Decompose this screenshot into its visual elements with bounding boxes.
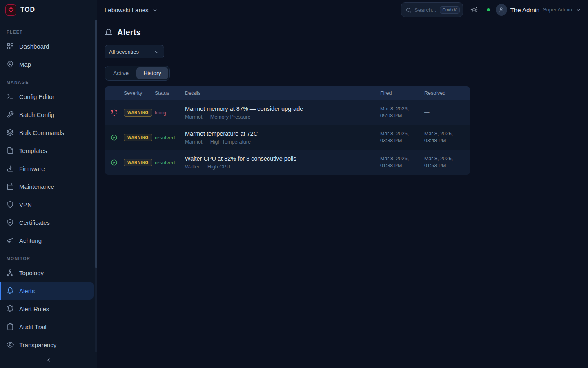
sidebar-item-label: Audit Trail [19,323,47,330]
sidebar-scrollbar-thumb[interactable] [95,20,97,268]
user-role: Super Admin [543,7,572,13]
sidebar-collapse-button[interactable] [0,352,97,368]
sidebar-item-vpn[interactable]: VPN [0,195,97,213]
sidebar-item-map[interactable]: Map [0,55,97,73]
fired-time: Mar 8, 2026, 03:38 PM [380,130,424,144]
file-icon [7,147,14,154]
tab-history[interactable]: History [136,67,168,79]
alert-row[interactable]: WARNINGfiringMarmot memory at 87% — cons… [105,100,470,125]
sidebar-item-alert-rules[interactable]: Alert Rules [0,300,97,318]
search-box[interactable]: Cmd+K [401,2,463,17]
resolved-time: — [424,109,470,116]
sidebar-item-dashboard[interactable]: Dashboard [0,37,97,55]
sidebar-item-label: Batch Config [19,111,54,118]
severity-filter-value: All severities [109,49,139,55]
sidebar-item-label: Map [19,61,31,68]
resolved-time: Mar 8, 2026, 03:48 PM [424,130,470,144]
bell-alert-icon [111,109,118,116]
bell-icon [7,287,14,294]
user-icon [498,7,504,13]
sidebar-item-label: Alert Rules [19,305,49,312]
org-selector[interactable]: Lebowski Lanes [105,7,158,13]
fired-time: Mar 8, 2026, 05:08 PM [380,105,424,119]
app-logo[interactable]: TOD [0,0,97,20]
sidebar-item-templates[interactable]: Templates [0,141,97,159]
alert-row[interactable]: WARNINGresolvedMarmot temperature at 72C… [105,125,470,150]
alert-title: Marmot memory at 87% — consider upgrade [185,105,375,112]
status-text: resolved [155,135,185,141]
search-shortcut-badge: Cmd+K [440,6,460,14]
app-name: TOD [20,6,35,13]
search-icon [405,7,412,13]
sidebar-item-certificates[interactable]: Certificates [0,213,97,231]
alert-title: Marmot temperature at 72C [185,130,375,137]
sidebar-item-label: Alerts [19,287,35,294]
user-menu[interactable]: The Admin Super Admin [496,4,581,16]
wrench-icon [7,111,14,118]
sidebar-item-topology[interactable]: Topology [0,264,97,282]
sidebar-section-label: MONITOR [0,249,97,264]
download-icon [7,165,14,172]
sidebar-item-audit-trail[interactable]: Audit Trail [0,318,97,336]
chevron-down-icon [152,7,158,13]
bell-icon [105,29,113,37]
sidebar-item-label: Config Editor [19,93,55,100]
alert-row[interactable]: WARNINGresolvedWalter CPU at 82% for 3 c… [105,150,470,175]
online-status-dot [487,8,490,11]
sidebar-item-firmware[interactable]: Firmware [0,159,97,177]
sidebar-item-label: Topology [19,269,44,276]
page-title: Alerts [117,28,141,37]
sidebar-scrollbar[interactable] [95,20,97,352]
sidebar-item-label: Certificates [19,219,50,226]
col-severity: Severity [124,90,155,96]
sidebar-item-label: Maintenance [19,183,54,190]
check-circle-icon [111,134,118,141]
search-input[interactable] [414,7,437,13]
status-text: firing [155,110,185,116]
severity-filter-select[interactable]: All severities [105,45,164,58]
sidebar-item-label: VPN [19,201,32,208]
org-name: Lebowski Lanes [105,7,149,13]
layers-icon [7,129,14,136]
chevron-down-icon [154,49,160,55]
alerts-table-body: WARNINGfiringMarmot memory at 87% — cons… [105,100,470,175]
sidebar-section-label: MANAGE [0,73,97,88]
sidebar-item-maintenance[interactable]: Maintenance [0,177,97,195]
main-content: Alerts All severities ActiveHistory Seve… [97,20,588,368]
sidebar-item-config-editor[interactable]: Config Editor [0,88,97,105]
sidebar-nav: FLEETDashboardMapMANAGEConfig EditorBatc… [0,20,97,352]
sidebar-item-bulk-commands[interactable]: Bulk Commands [0,123,97,141]
status-text: resolved [155,159,185,166]
chevron-left-icon [45,357,52,364]
shield-check-icon [7,219,14,226]
terminal-icon [7,93,14,100]
tab-active[interactable]: Active [106,67,136,79]
sidebar-item-achtung[interactable]: Achtung [0,231,97,249]
sidebar-item-alerts[interactable]: Alerts [0,282,94,300]
tod-logo-icon [5,4,16,16]
alerts-table: Severity Status Details Fired Resolved W… [105,86,470,175]
calendar-icon [7,183,14,190]
sidebar-item-label: Transparency [19,341,56,348]
topbar: Lebowski Lanes Cmd+K The Admin Super Adm… [97,0,588,20]
check-circle-icon [111,159,118,166]
avatar [496,4,507,16]
severity-badge: WARNING [124,109,152,117]
alert-title: Walter CPU at 82% for 3 consecutive poll… [185,155,375,162]
sidebar-item-label: Templates [19,147,47,154]
sidebar-item-label: Dashboard [19,43,49,50]
severity-badge: WARNING [124,134,152,141]
alerts-table-header: Severity Status Details Fired Resolved [105,86,470,100]
map-pin-icon [7,61,14,68]
sidebar-item-label: Firmware [19,165,45,172]
grid-icon [7,43,14,50]
resolved-time: Mar 8, 2026, 01:53 PM [424,155,470,169]
tab-group: ActiveHistory [105,66,170,81]
theme-toggle-button[interactable] [467,3,481,17]
sidebar-item-transparency[interactable]: Transparency [0,336,97,352]
fired-time: Mar 8, 2026, 01:38 PM [380,155,424,169]
sidebar-item-batch-config[interactable]: Batch Config [0,105,97,123]
megaphone-icon [7,237,14,244]
clipboard-icon [7,323,14,330]
alert-subtitle: Marmot — Memory Pressure [185,114,375,120]
